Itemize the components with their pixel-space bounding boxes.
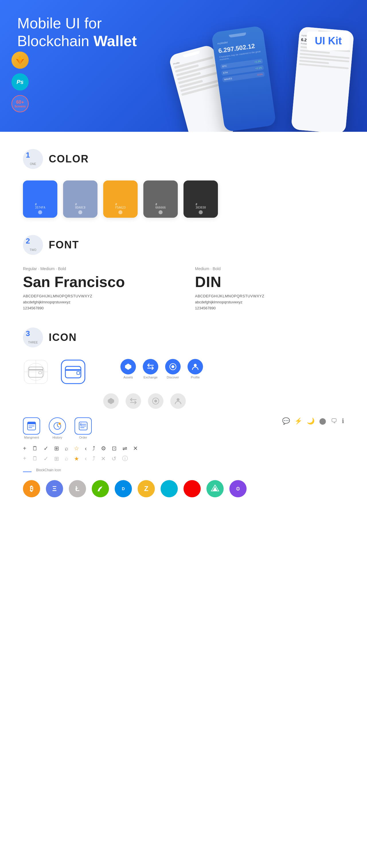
hero-title: Mobile UI for Blockchain Wallet xyxy=(17,14,161,50)
tools-grid-row2: + 🗒 ✓ ⊞ ⌕ ★ ‹ ⤴ ✕ ↺ ⓘ xyxy=(23,455,344,462)
matic-icon xyxy=(229,480,247,497)
blockchain-label-row: BlockChain Icon xyxy=(23,468,344,475)
svg-marker-20 xyxy=(108,398,114,404)
font1-styles: Regular · Medium · Bold xyxy=(23,267,172,271)
section-num-3: 3 THREE xyxy=(23,328,43,347)
star-icon[interactable]: ☆ xyxy=(74,445,79,452)
font-section: Regular · Medium · Bold San Francisco AB… xyxy=(23,267,344,310)
litecoin-icon: Ł xyxy=(69,480,86,497)
main-content: 1 ONE COLOR #3574FA #8DA0C8 #F5A623 #666… xyxy=(0,149,367,497)
icon-section-title: ICON xyxy=(49,332,77,343)
icon-grid-outline xyxy=(23,359,49,385)
hero-section: Mobile UI for Blockchain Wallet UI Kit P… xyxy=(0,0,367,132)
info-icon-gray: ⓘ xyxy=(122,455,128,462)
font2-nums: 1234567890 xyxy=(195,306,344,310)
icon-wallet-blue xyxy=(60,359,86,385)
circle-icon: ⬤ xyxy=(319,417,326,425)
sketch-badge xyxy=(11,52,29,69)
photoshop-badge: Ps xyxy=(11,73,29,91)
app-icons-row: Assets Exchange xyxy=(120,359,203,379)
expand-icon[interactable]: ⇌ xyxy=(122,445,127,452)
ethereum-icon: Ξ xyxy=(46,480,63,497)
svg-point-31 xyxy=(58,423,61,425)
upload-icon[interactable]: ⊡ xyxy=(112,445,117,452)
dash-icon: D xyxy=(115,480,132,497)
svg-point-19 xyxy=(194,364,197,367)
screens-badge: 60+ Screens xyxy=(11,95,29,112)
blockchain-label: BlockChain Icon xyxy=(36,468,61,472)
svg-text:D: D xyxy=(122,487,125,491)
svg-point-22 xyxy=(154,400,157,402)
left-arrow-icon[interactable]: ‹ xyxy=(85,445,87,452)
icon-assets: Assets xyxy=(120,359,136,379)
svg-marker-16 xyxy=(125,364,131,370)
qr-icon-gray: ⊞ xyxy=(54,455,59,462)
kyber-icon xyxy=(206,480,224,497)
message-icon: 🗨 xyxy=(331,417,337,425)
font1-nums: 1234567890 xyxy=(23,306,172,310)
svg-rect-14 xyxy=(65,369,81,371)
rotate-icon-gray: ↺ xyxy=(112,455,116,462)
icon-row-gray xyxy=(23,393,344,409)
color-swatch-orange: #F5A623 xyxy=(103,181,138,218)
document-icon[interactable]: 🗒 xyxy=(32,445,38,452)
neo-icon xyxy=(92,480,109,497)
mgmt-icons-row: Mangment History xyxy=(23,417,344,439)
font2-lower: abcdefghijklmnopqrstuvwxyz xyxy=(195,300,344,304)
svg-point-23 xyxy=(177,398,179,401)
font2-upper: ABCDEFGHIJKLMNOPQRSTUVWXYZ xyxy=(195,294,344,298)
svg-rect-10 xyxy=(29,369,43,370)
icon-construction-area: Assets Exchange xyxy=(23,359,344,385)
icon-history: History xyxy=(49,417,66,439)
crypto-icons-row: ₿ Ξ Ł D Z xyxy=(23,480,344,497)
color-swatch-blue: #3574FA xyxy=(23,181,57,218)
zcash-icon: Z xyxy=(138,480,155,497)
font1-name: San Francisco xyxy=(23,273,172,290)
grid-icon xyxy=(161,480,178,497)
icon-management: Mangment xyxy=(23,417,40,439)
svg-rect-13 xyxy=(65,366,81,378)
plus-icon-gray: + xyxy=(23,455,26,462)
close-icon-gray: ✕ xyxy=(101,455,106,462)
blockchain-line xyxy=(23,471,32,472)
color-swatch-gray: #666666 xyxy=(143,181,178,218)
section-num-2: 2 TWO xyxy=(23,235,43,255)
search-icon[interactable]: ⌕ xyxy=(65,445,68,452)
search-icon-gray: ⌕ xyxy=(65,455,68,462)
svg-rect-25 xyxy=(28,422,35,424)
color-section-title: COLOR xyxy=(49,153,89,165)
settings-icon[interactable]: ⚙ xyxy=(101,445,106,452)
ark-icon xyxy=(184,480,201,497)
bitcoin-icon: ₿ xyxy=(23,480,40,497)
svg-rect-15 xyxy=(77,372,80,374)
font2-name: DIN xyxy=(195,273,344,290)
icon-order: Order xyxy=(75,417,92,439)
utility-icons-row: 💬 ⚡ 🌙 ⬤ 🗨 ℹ xyxy=(282,417,344,425)
moon-icon: 🌙 xyxy=(307,417,314,425)
share-icon-gray: ⤴ xyxy=(92,455,95,462)
document-icon-gray: 🗒 xyxy=(32,455,38,462)
icon-profile: Profile xyxy=(188,359,203,379)
font1-lower: abcdefghijklmnopqrstuvwxyz xyxy=(23,300,172,304)
plus-icon[interactable]: + xyxy=(23,445,26,452)
layers-icon: ⚡ xyxy=(294,417,302,425)
close-icon[interactable]: ✕ xyxy=(133,445,138,452)
icon-assets-gray xyxy=(103,393,119,409)
ui-kit-badge: UI Kit xyxy=(307,32,350,51)
qr-icon[interactable]: ⊞ xyxy=(54,445,59,452)
font-section-header: 2 TWO FONT xyxy=(23,235,344,255)
check-icon[interactable]: ✓ xyxy=(44,445,49,452)
icon-section-header: 3 THREE ICON xyxy=(23,328,344,347)
font1-upper: ABCDEFGHIJKLMNOPQRSTUVWXYZ xyxy=(23,294,172,298)
svg-line-30 xyxy=(57,426,59,427)
font-col-din: Medium · Bold DIN ABCDEFGHIJKLMNOPQRSTUV… xyxy=(195,267,344,310)
tools-grid-row1: + 🗒 ✓ ⊞ ⌕ ☆ ‹ ⤴ ⚙ ⊡ ⇌ ✕ xyxy=(23,445,344,452)
share-icon[interactable]: ⤴ xyxy=(92,445,95,452)
chat-icon: 💬 xyxy=(282,417,290,425)
hero-badges: Ps 60+ Screens xyxy=(11,52,29,112)
info-icon: ℹ xyxy=(342,417,344,425)
font2-styles: Medium · Bold xyxy=(195,267,344,271)
icon-exchange: Exchange xyxy=(143,359,158,379)
color-swatches: #3574FA #8DA0C8 #F5A623 #666666 #303030 xyxy=(23,181,344,218)
icon-profile-gray xyxy=(170,393,186,409)
